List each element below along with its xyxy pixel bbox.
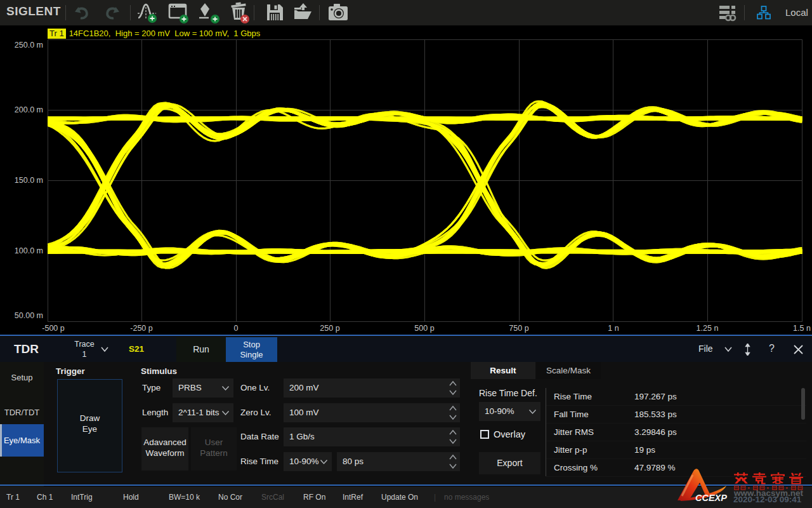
svg-text:CCEXP: CCEXP: [695, 493, 727, 503]
svg-text:2020-12-03 09:41: 2020-12-03 09:41: [733, 495, 802, 504]
